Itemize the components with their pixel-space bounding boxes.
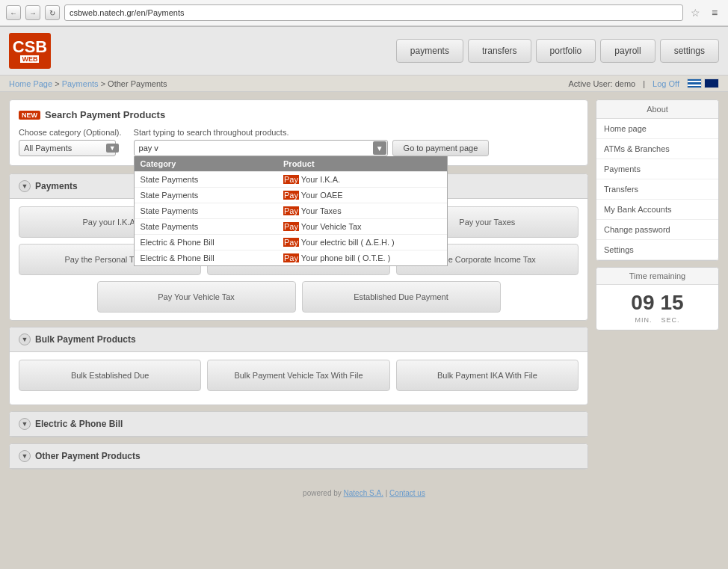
breadcrumb-home[interactable]: Home Page bbox=[9, 79, 52, 88]
timer-minutes: 09 bbox=[631, 292, 654, 313]
search-hint-label: Start typing to search throughout produc… bbox=[134, 128, 490, 137]
bulk-vehicle-tax-button[interactable]: Bulk Payment Vehicle Tax With File bbox=[207, 360, 389, 391]
timer-min-label: MIN. bbox=[635, 316, 652, 324]
greek-flag[interactable] bbox=[687, 79, 702, 88]
payments-toggle-icon[interactable]: ▼ bbox=[19, 180, 31, 192]
nav-portfolio[interactable]: portfolio bbox=[536, 39, 596, 63]
bulk-ika-button[interactable]: Bulk Payment IKA With File bbox=[396, 360, 579, 391]
new-badge: NEW bbox=[19, 111, 40, 120]
other-section-title: Other Payment Products bbox=[35, 451, 141, 461]
app-logo: CSB WEB bbox=[9, 33, 51, 69]
dropdown-row[interactable]: Electric & Phone Bill Pay Your phone bil… bbox=[135, 250, 447, 265]
bulk-toggle-icon[interactable]: ▼ bbox=[19, 333, 31, 345]
bulk-established-due-button[interactable]: Bulk Established Due bbox=[19, 360, 201, 391]
dropdown-row[interactable]: Electric & Phone Bill Pay Your electric … bbox=[135, 234, 447, 250]
footer-contact-link[interactable]: Contact us bbox=[389, 489, 425, 497]
electric-toggle-icon[interactable]: ▼ bbox=[19, 418, 31, 430]
sidebar-item-home[interactable]: Home page bbox=[596, 119, 718, 138]
search-panel-title: Search Payment Products bbox=[45, 109, 165, 120]
bulk-section: ▼ Bulk Payment Products Bulk Established… bbox=[9, 327, 588, 405]
search-dropdown-menu: Category Product State Payments Pay Your… bbox=[134, 156, 448, 266]
page-footer: powered by Natech S.A. | Contact us bbox=[0, 483, 728, 503]
search-clear-button[interactable]: ▼ bbox=[373, 141, 386, 155]
electric-section-title: Electric & Phone Bill bbox=[35, 419, 123, 429]
established-due-payment-button[interactable]: Established Due Payment bbox=[302, 281, 501, 313]
category-label: Choose category (Optional). bbox=[19, 128, 122, 137]
nav-transfers[interactable]: transfers bbox=[468, 39, 531, 63]
dropdown-row[interactable]: State Payments Pay Your Vehicle Tax bbox=[135, 218, 447, 234]
refresh-button[interactable]: ↻ bbox=[45, 5, 60, 20]
search-panel: NEW Search Payment Products Choose categ… bbox=[9, 99, 588, 166]
timer-title: Time remaining bbox=[596, 268, 718, 285]
breadcrumb-payments[interactable]: Payments bbox=[62, 79, 99, 88]
electric-section: ▼ Electric & Phone Bill bbox=[9, 411, 588, 437]
dropdown-product-header: Product bbox=[277, 156, 447, 171]
search-input[interactable] bbox=[134, 140, 388, 156]
sidebar-item-bank-accounts[interactable]: My Bank Accounts bbox=[596, 200, 718, 219]
dropdown-row[interactable]: State Payments Pay Your OAEE bbox=[135, 187, 447, 203]
breadcrumb-current: Other Payments bbox=[108, 79, 167, 88]
logout-link[interactable]: Log Off bbox=[653, 79, 679, 88]
nav-settings[interactable]: settings bbox=[660, 39, 719, 63]
other-toggle-icon[interactable]: ▼ bbox=[19, 450, 31, 462]
forward-button[interactable]: → bbox=[25, 5, 40, 20]
menu-icon[interactable]: ≡ bbox=[707, 5, 722, 20]
back-button[interactable]: ← bbox=[6, 5, 21, 20]
breadcrumb: Home Page > Payments > Other Payments bbox=[9, 79, 167, 88]
language-flags bbox=[687, 79, 719, 88]
pay-vehicle-tax-button[interactable]: Pay Your Vehicle Tax bbox=[97, 281, 296, 313]
dropdown-row[interactable]: State Payments Pay Your Taxes bbox=[135, 203, 447, 218]
dropdown-category-header: Category bbox=[135, 156, 277, 171]
footer-text: powered by bbox=[303, 489, 343, 497]
other-section: ▼ Other Payment Products bbox=[9, 443, 588, 470]
other-section-header[interactable]: ▼ Other Payment Products bbox=[10, 444, 587, 469]
bookmark-icon: ☆ bbox=[688, 5, 703, 20]
bulk-section-header[interactable]: ▼ Bulk Payment Products bbox=[10, 327, 587, 352]
payments-section-title: Payments bbox=[35, 181, 78, 191]
sidebar-menu: Home page ATMs & Branches Payments Trans… bbox=[596, 119, 718, 260]
sidebar-item-atms[interactable]: ATMs & Branches bbox=[596, 139, 718, 159]
footer-natech-link[interactable]: Natech S.A. bbox=[344, 489, 383, 497]
nav-payroll[interactable]: payroll bbox=[600, 39, 655, 63]
nav-payments[interactable]: payments bbox=[396, 39, 463, 63]
timer-seconds: 15 bbox=[661, 292, 684, 313]
sidebar-about-panel: About Home page ATMs & Branches Payments… bbox=[596, 99, 719, 261]
sidebar-item-transfers[interactable]: Transfers bbox=[596, 179, 718, 199]
sidebar-item-settings[interactable]: Settings bbox=[596, 240, 718, 259]
active-user-label: Active User: demo bbox=[568, 79, 635, 88]
address-bar[interactable] bbox=[64, 4, 683, 21]
english-flag[interactable] bbox=[704, 79, 719, 88]
category-select[interactable]: All Payments bbox=[19, 140, 116, 156]
user-info: Active User: demo | Log Off bbox=[568, 79, 719, 88]
sidebar-item-payments[interactable]: Payments bbox=[596, 159, 718, 179]
top-nav: payments transfers portfolio payroll set… bbox=[396, 39, 719, 63]
search-dropdown-container: ▼ Go to payment page Category Product S bbox=[134, 140, 490, 156]
electric-section-header[interactable]: ▼ Electric & Phone Bill bbox=[10, 412, 587, 437]
dropdown-row[interactable]: State Payments Pay Your I.K.A. bbox=[135, 171, 447, 187]
sidebar-item-change-password[interactable]: Change password bbox=[596, 220, 718, 239]
bulk-section-title: Bulk Payment Products bbox=[35, 334, 136, 345]
go-to-payment-button[interactable]: Go to payment page bbox=[392, 140, 490, 156]
sidebar-about-title: About bbox=[596, 100, 718, 119]
timer-panel: Time remaining 09 15 MIN. SEC. bbox=[596, 267, 719, 330]
timer-sec-label: SEC. bbox=[661, 316, 679, 324]
